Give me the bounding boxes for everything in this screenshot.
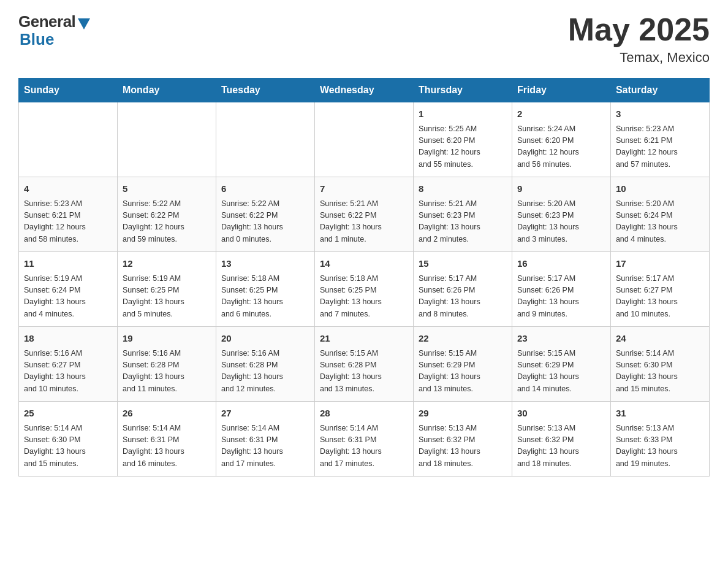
day-info: Sunrise: 5:17 AM Sunset: 6:27 PM Dayligh… <box>616 273 704 321</box>
calendar-cell: 27Sunrise: 5:14 AM Sunset: 6:31 PM Dayli… <box>216 402 314 477</box>
day-info: Sunrise: 5:15 AM Sunset: 6:29 PM Dayligh… <box>517 348 605 396</box>
col-friday: Friday <box>512 79 610 102</box>
calendar-cell: 5Sunrise: 5:22 AM Sunset: 6:22 PM Daylig… <box>117 177 216 252</box>
calendar-header-row: Sunday Monday Tuesday Wednesday Thursday… <box>19 79 710 102</box>
calendar-cell: 24Sunrise: 5:14 AM Sunset: 6:30 PM Dayli… <box>610 327 709 402</box>
day-number: 8 <box>419 182 507 196</box>
calendar-cell: 21Sunrise: 5:15 AM Sunset: 6:28 PM Dayli… <box>314 327 413 402</box>
col-tuesday: Tuesday <box>216 79 314 102</box>
day-number: 9 <box>517 182 605 196</box>
day-info: Sunrise: 5:21 AM Sunset: 6:22 PM Dayligh… <box>320 198 408 246</box>
calendar-cell: 8Sunrise: 5:21 AM Sunset: 6:23 PM Daylig… <box>413 177 512 252</box>
day-number: 16 <box>517 257 605 271</box>
day-info: Sunrise: 5:14 AM Sunset: 6:30 PM Dayligh… <box>24 423 112 470</box>
calendar-cell: 2Sunrise: 5:24 AM Sunset: 6:20 PM Daylig… <box>512 102 610 177</box>
day-info: Sunrise: 5:20 AM Sunset: 6:24 PM Dayligh… <box>616 198 704 246</box>
day-number: 7 <box>320 182 408 196</box>
day-info: Sunrise: 5:23 AM Sunset: 6:21 PM Dayligh… <box>24 198 112 246</box>
calendar-cell: 13Sunrise: 5:18 AM Sunset: 6:25 PM Dayli… <box>216 252 314 327</box>
calendar-cell: 11Sunrise: 5:19 AM Sunset: 6:24 PM Dayli… <box>19 252 118 327</box>
day-info: Sunrise: 5:21 AM Sunset: 6:23 PM Dayligh… <box>419 198 507 246</box>
month-year-title: May 2025 <box>568 12 710 47</box>
day-number: 12 <box>123 257 211 271</box>
calendar-cell: 9Sunrise: 5:20 AM Sunset: 6:23 PM Daylig… <box>512 177 610 252</box>
calendar-cell <box>19 102 118 177</box>
page-header: General Blue May 2025 Temax, Mexico <box>18 12 710 66</box>
calendar-cell: 22Sunrise: 5:15 AM Sunset: 6:29 PM Dayli… <box>413 327 512 402</box>
logo-blue-text: Blue <box>18 30 54 49</box>
day-number: 28 <box>320 407 408 421</box>
calendar-cell: 19Sunrise: 5:16 AM Sunset: 6:28 PM Dayli… <box>117 327 216 402</box>
day-number: 22 <box>419 332 507 346</box>
day-info: Sunrise: 5:14 AM Sunset: 6:31 PM Dayligh… <box>320 423 408 470</box>
logo-general-text: General <box>18 12 75 31</box>
day-info: Sunrise: 5:17 AM Sunset: 6:26 PM Dayligh… <box>517 273 605 321</box>
day-info: Sunrise: 5:17 AM Sunset: 6:26 PM Dayligh… <box>419 273 507 321</box>
calendar-week-row-4: 18Sunrise: 5:16 AM Sunset: 6:27 PM Dayli… <box>19 327 710 402</box>
day-info: Sunrise: 5:16 AM Sunset: 6:28 PM Dayligh… <box>221 348 309 396</box>
calendar-cell <box>216 102 314 177</box>
day-number: 20 <box>221 332 309 346</box>
title-section: May 2025 Temax, Mexico <box>568 12 710 66</box>
calendar-cell: 31Sunrise: 5:13 AM Sunset: 6:33 PM Dayli… <box>610 402 709 477</box>
day-info: Sunrise: 5:15 AM Sunset: 6:28 PM Dayligh… <box>320 348 408 396</box>
calendar-week-row-5: 25Sunrise: 5:14 AM Sunset: 6:30 PM Dayli… <box>19 402 710 477</box>
day-number: 17 <box>616 257 704 271</box>
day-number: 25 <box>24 407 112 421</box>
day-info: Sunrise: 5:13 AM Sunset: 6:32 PM Dayligh… <box>517 423 605 470</box>
day-info: Sunrise: 5:19 AM Sunset: 6:25 PM Dayligh… <box>123 273 211 321</box>
col-wednesday: Wednesday <box>314 79 413 102</box>
calendar-cell: 23Sunrise: 5:15 AM Sunset: 6:29 PM Dayli… <box>512 327 610 402</box>
calendar-cell: 30Sunrise: 5:13 AM Sunset: 6:32 PM Dayli… <box>512 402 610 477</box>
day-number: 13 <box>221 257 309 271</box>
day-number: 3 <box>616 107 704 121</box>
day-info: Sunrise: 5:13 AM Sunset: 6:33 PM Dayligh… <box>616 423 704 470</box>
calendar-cell: 17Sunrise: 5:17 AM Sunset: 6:27 PM Dayli… <box>610 252 709 327</box>
calendar-week-row-1: 1Sunrise: 5:25 AM Sunset: 6:20 PM Daylig… <box>19 102 710 177</box>
day-number: 1 <box>419 107 507 121</box>
col-monday: Monday <box>117 79 216 102</box>
day-number: 27 <box>221 407 309 421</box>
day-info: Sunrise: 5:14 AM Sunset: 6:30 PM Dayligh… <box>616 348 704 396</box>
day-info: Sunrise: 5:15 AM Sunset: 6:29 PM Dayligh… <box>419 348 507 396</box>
day-info: Sunrise: 5:18 AM Sunset: 6:25 PM Dayligh… <box>320 273 408 321</box>
day-number: 31 <box>616 407 704 421</box>
calendar-cell: 15Sunrise: 5:17 AM Sunset: 6:26 PM Dayli… <box>413 252 512 327</box>
day-number: 15 <box>419 257 507 271</box>
calendar-cell: 20Sunrise: 5:16 AM Sunset: 6:28 PM Dayli… <box>216 327 314 402</box>
day-number: 5 <box>123 182 211 196</box>
calendar-cell: 14Sunrise: 5:18 AM Sunset: 6:25 PM Dayli… <box>314 252 413 327</box>
day-number: 24 <box>616 332 704 346</box>
day-info: Sunrise: 5:13 AM Sunset: 6:32 PM Dayligh… <box>419 423 507 470</box>
day-number: 18 <box>24 332 112 346</box>
day-number: 21 <box>320 332 408 346</box>
calendar-cell: 16Sunrise: 5:17 AM Sunset: 6:26 PM Dayli… <box>512 252 610 327</box>
day-number: 14 <box>320 257 408 271</box>
day-number: 4 <box>24 182 112 196</box>
calendar-cell: 26Sunrise: 5:14 AM Sunset: 6:31 PM Dayli… <box>117 402 216 477</box>
calendar-cell <box>314 102 413 177</box>
calendar-cell: 3Sunrise: 5:23 AM Sunset: 6:21 PM Daylig… <box>610 102 709 177</box>
location-subtitle: Temax, Mexico <box>568 50 710 66</box>
calendar-cell <box>117 102 216 177</box>
calendar-cell: 28Sunrise: 5:14 AM Sunset: 6:31 PM Dayli… <box>314 402 413 477</box>
calendar-cell: 25Sunrise: 5:14 AM Sunset: 6:30 PM Dayli… <box>19 402 118 477</box>
day-number: 6 <box>221 182 309 196</box>
col-sunday: Sunday <box>19 79 118 102</box>
day-number: 30 <box>517 407 605 421</box>
calendar-cell: 10Sunrise: 5:20 AM Sunset: 6:24 PM Dayli… <box>610 177 709 252</box>
calendar-cell: 7Sunrise: 5:21 AM Sunset: 6:22 PM Daylig… <box>314 177 413 252</box>
day-number: 23 <box>517 332 605 346</box>
calendar-week-row-2: 4Sunrise: 5:23 AM Sunset: 6:21 PM Daylig… <box>19 177 710 252</box>
calendar-week-row-3: 11Sunrise: 5:19 AM Sunset: 6:24 PM Dayli… <box>19 252 710 327</box>
logo: General Blue <box>18 12 90 49</box>
day-info: Sunrise: 5:19 AM Sunset: 6:24 PM Dayligh… <box>24 273 112 321</box>
day-info: Sunrise: 5:20 AM Sunset: 6:23 PM Dayligh… <box>517 198 605 246</box>
day-info: Sunrise: 5:22 AM Sunset: 6:22 PM Dayligh… <box>123 198 211 246</box>
logo-arrow-icon <box>78 18 90 29</box>
day-info: Sunrise: 5:23 AM Sunset: 6:21 PM Dayligh… <box>616 123 704 171</box>
calendar-cell: 1Sunrise: 5:25 AM Sunset: 6:20 PM Daylig… <box>413 102 512 177</box>
day-number: 2 <box>517 107 605 121</box>
calendar-cell: 6Sunrise: 5:22 AM Sunset: 6:22 PM Daylig… <box>216 177 314 252</box>
calendar-table: Sunday Monday Tuesday Wednesday Thursday… <box>18 78 710 477</box>
